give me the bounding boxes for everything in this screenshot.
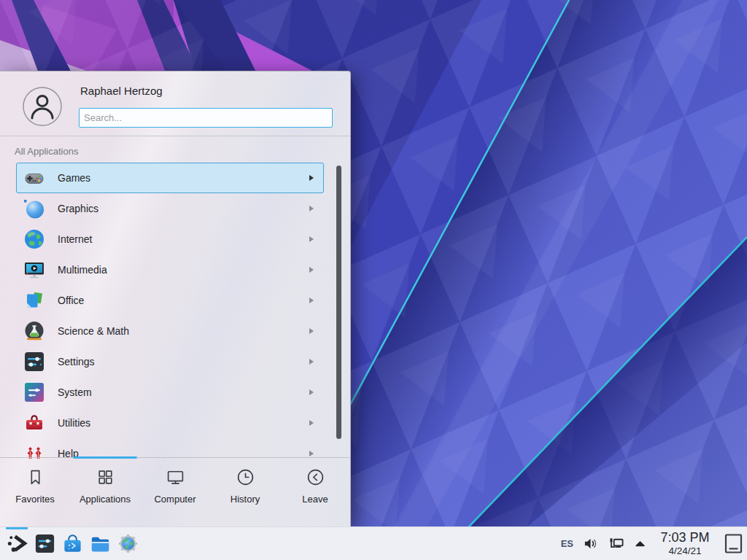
category-item-science[interactable]: Science & Math	[16, 316, 324, 346]
category-item-help[interactable]: Help	[16, 438, 324, 459]
category-item-internet[interactable]: Internet	[16, 224, 324, 254]
tab-label: Favorites	[15, 494, 54, 505]
clock-date: 4/24/21	[656, 546, 714, 556]
all-applications-label: All Applications	[15, 146, 78, 157]
help-icon	[23, 442, 46, 459]
scrollbar-thumb[interactable]	[336, 166, 341, 439]
tab-label: Leave	[302, 494, 328, 505]
category-label: Games	[58, 172, 90, 184]
category-label: System	[58, 386, 92, 398]
category-label: Science & Math	[58, 325, 129, 337]
file-manager-icon	[89, 532, 112, 555]
category-item-system[interactable]: System	[16, 377, 324, 408]
taskbar-launchers	[3, 527, 142, 560]
tab-computer[interactable]: Computer	[140, 458, 210, 526]
show-desktop-button[interactable]	[724, 532, 743, 555]
category-item-graphics[interactable]: Graphics	[16, 193, 324, 224]
category-label: Office	[58, 295, 84, 306]
system-settings-icon	[34, 532, 56, 555]
web-browser-icon	[117, 532, 139, 555]
launcher-header: Raphael Hertzog	[0, 71, 350, 136]
category-item-utilities[interactable]: Utilities	[16, 408, 324, 438]
clock-time: 7:03 PM	[656, 531, 714, 544]
category-label: Internet	[58, 233, 92, 245]
history-icon	[236, 467, 255, 487]
office-icon	[23, 289, 46, 312]
category-label: Settings	[58, 356, 95, 368]
taskbar-app-launcher-button[interactable]	[3, 527, 31, 560]
tab-leave[interactable]: Leave	[280, 458, 350, 526]
tab-favorites[interactable]: Favorites	[0, 458, 70, 526]
taskbar-web-browser-button[interactable]	[114, 527, 142, 560]
search-input[interactable]	[79, 108, 333, 128]
chevron-right-icon	[309, 328, 314, 334]
category-label: Utilities	[58, 417, 90, 429]
volume-icon[interactable]	[583, 536, 598, 551]
category-label: Multimedia	[58, 264, 107, 276]
tab-label: History	[231, 494, 260, 505]
category-item-multimedia[interactable]: Multimedia	[16, 254, 324, 285]
chevron-right-icon	[309, 206, 314, 211]
chevron-right-icon	[309, 389, 314, 395]
chevron-right-icon	[309, 175, 314, 181]
taskbar: ES	[0, 526, 747, 560]
discover-icon	[61, 532, 84, 555]
chevron-right-icon	[309, 420, 314, 426]
application-launcher-popup: Raphael Hertzog All Applications GamesGr…	[0, 71, 351, 526]
category-list: GamesGraphicsInternetMultimediaOfficeSci…	[0, 163, 334, 459]
utilities-icon	[23, 411, 46, 435]
chevron-right-icon	[309, 451, 314, 456]
category-label: Graphics	[58, 203, 98, 214]
tab-applications[interactable]: Applications	[70, 458, 140, 526]
settings-icon	[23, 350, 46, 373]
science-icon	[23, 319, 46, 343]
tab-label: Computer	[154, 494, 196, 505]
applications-icon	[96, 467, 115, 487]
chevron-right-icon	[309, 267, 314, 273]
tab-label: Applications	[80, 494, 131, 505]
desktop: Raphael Hertzog All Applications GamesGr…	[0, 0, 747, 560]
user-name: Raphael Hertzog	[80, 85, 163, 97]
graphics-icon	[23, 197, 46, 220]
digital-clock[interactable]: 7:03 PM 4/24/21	[656, 531, 714, 556]
category-item-games[interactable]: Games	[16, 163, 324, 193]
chevron-right-icon	[309, 359, 314, 365]
favorites-icon	[26, 467, 45, 487]
internet-icon	[23, 228, 46, 251]
category-item-settings[interactable]: Settings	[16, 346, 324, 377]
category-item-office[interactable]: Office	[16, 285, 324, 316]
system-icon	[23, 381, 46, 404]
computer-icon	[166, 467, 185, 487]
chevron-right-icon	[309, 236, 314, 242]
multimedia-icon	[23, 258, 46, 281]
leave-icon	[306, 467, 325, 487]
chevron-right-icon	[309, 298, 314, 303]
taskbar-discover-button[interactable]	[58, 527, 86, 560]
app-launcher-icon	[6, 532, 28, 555]
tray-expander-icon[interactable]	[634, 537, 646, 550]
launcher-tabbar: FavoritesApplicationsComputerHistoryLeav…	[0, 457, 350, 526]
user-avatar[interactable]	[23, 87, 62, 126]
games-icon	[23, 166, 46, 190]
system-tray: ES	[561, 531, 743, 556]
taskbar-file-manager-button[interactable]	[86, 527, 114, 560]
taskbar-system-settings-button[interactable]	[31, 527, 58, 560]
tab-history[interactable]: History	[210, 458, 280, 526]
network-icon[interactable]	[608, 536, 624, 551]
keyboard-layout-indicator[interactable]: ES	[561, 538, 573, 549]
